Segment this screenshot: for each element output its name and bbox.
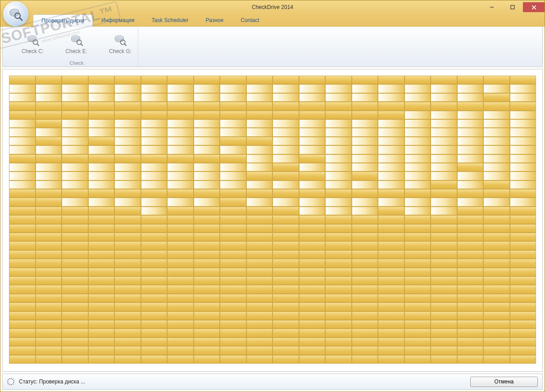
disk-block xyxy=(299,180,326,189)
disk-block xyxy=(141,311,168,320)
disk-block xyxy=(246,259,273,267)
disk-block xyxy=(325,224,352,233)
disk-block xyxy=(299,111,326,119)
disk-block xyxy=(9,215,36,224)
ribbon-tab-3[interactable]: Разное xyxy=(197,14,232,27)
disk-block xyxy=(88,276,115,285)
disk-block xyxy=(246,233,273,241)
disk-block xyxy=(352,268,378,276)
disk-block xyxy=(220,137,246,145)
disk-block xyxy=(272,233,299,241)
disk-block xyxy=(246,180,273,189)
disk-block xyxy=(194,224,220,233)
disk-block xyxy=(220,76,246,84)
cancel-button[interactable]: Отмена xyxy=(470,377,538,387)
disk-block xyxy=(36,207,62,215)
disk-block xyxy=(220,302,246,311)
disk-block xyxy=(220,338,246,346)
disk-block xyxy=(36,154,62,163)
disk-block xyxy=(431,241,457,250)
disk-block xyxy=(510,137,536,145)
disk-block xyxy=(114,320,141,329)
disk-block xyxy=(220,355,246,364)
disk-block xyxy=(325,119,352,128)
disk-block xyxy=(352,355,378,364)
disk-block xyxy=(88,311,115,320)
disk-block xyxy=(246,207,273,215)
ribbon-tab-4[interactable]: Contact xyxy=(232,14,268,27)
disk-block xyxy=(36,145,62,154)
disk-block xyxy=(378,268,404,276)
disk-block xyxy=(272,189,299,198)
ribbon-item-0[interactable]: Check C: xyxy=(22,33,44,54)
ribbon-tab-2[interactable]: Task Scheduler xyxy=(143,14,197,27)
disk-block xyxy=(9,233,36,241)
disk-block xyxy=(299,198,326,206)
disk-block xyxy=(9,241,36,250)
disk-block xyxy=(325,338,352,346)
disk-block xyxy=(36,329,62,337)
ribbon-tab-0[interactable]: Проверить диски xyxy=(33,14,93,27)
disk-block xyxy=(9,76,36,84)
maximize-button[interactable] xyxy=(502,2,523,12)
disk-block xyxy=(404,102,431,110)
disk-block xyxy=(36,320,62,329)
disk-block xyxy=(246,163,273,171)
disk-block xyxy=(88,320,115,329)
disk-block xyxy=(378,311,404,320)
disk-block xyxy=(299,285,326,293)
disk-block xyxy=(483,145,510,154)
disk-block xyxy=(62,302,88,311)
disk-block xyxy=(378,241,404,250)
disk-block xyxy=(431,76,457,84)
ribbon-item-1[interactable]: Check E: xyxy=(65,33,87,54)
disk-block xyxy=(194,346,220,355)
disk-block xyxy=(510,189,536,198)
disk-block xyxy=(141,268,168,276)
disk-block xyxy=(9,145,36,154)
disk-block xyxy=(9,338,36,346)
disk-block xyxy=(141,276,168,285)
close-button[interactable] xyxy=(523,2,545,12)
disk-block xyxy=(220,320,246,329)
disk-block xyxy=(272,302,299,311)
disk-block xyxy=(272,119,299,128)
disk-block xyxy=(62,285,88,293)
disk-block xyxy=(272,128,299,136)
disk-block xyxy=(36,128,62,136)
disk-block xyxy=(483,294,510,302)
disk-block xyxy=(141,180,168,189)
disk-block xyxy=(194,320,220,329)
disk-block xyxy=(246,93,273,102)
disk-block xyxy=(378,154,404,163)
disk-block xyxy=(378,355,404,364)
disk-block xyxy=(141,241,168,250)
disk-block xyxy=(194,241,220,250)
disk-block xyxy=(378,320,404,329)
disk-block xyxy=(431,163,457,171)
disk-block xyxy=(36,198,62,206)
ribbon-tab-1[interactable]: Информация xyxy=(93,14,143,27)
disk-block xyxy=(114,346,141,355)
disk-block xyxy=(62,137,88,145)
disk-block xyxy=(378,302,404,311)
disk-block xyxy=(272,111,299,119)
disk-block xyxy=(457,259,484,267)
ribbon-item-2[interactable]: Check G: xyxy=(109,33,132,54)
disk-block xyxy=(114,102,141,110)
disk-block xyxy=(483,128,510,136)
disk-block xyxy=(167,119,194,128)
disk-block xyxy=(167,128,194,136)
window-title: CheckDrive 2014 xyxy=(252,4,293,10)
disk-block xyxy=(36,76,62,84)
disk-block xyxy=(141,93,168,102)
spinner-icon xyxy=(7,378,14,385)
app-logo[interactable] xyxy=(3,1,28,27)
disk-block xyxy=(325,102,352,110)
disk-block xyxy=(272,338,299,346)
disk-block xyxy=(325,250,352,259)
disk-block xyxy=(404,338,431,346)
disk-block xyxy=(457,163,484,171)
disk-block xyxy=(510,171,536,180)
minimize-button[interactable] xyxy=(481,2,502,12)
